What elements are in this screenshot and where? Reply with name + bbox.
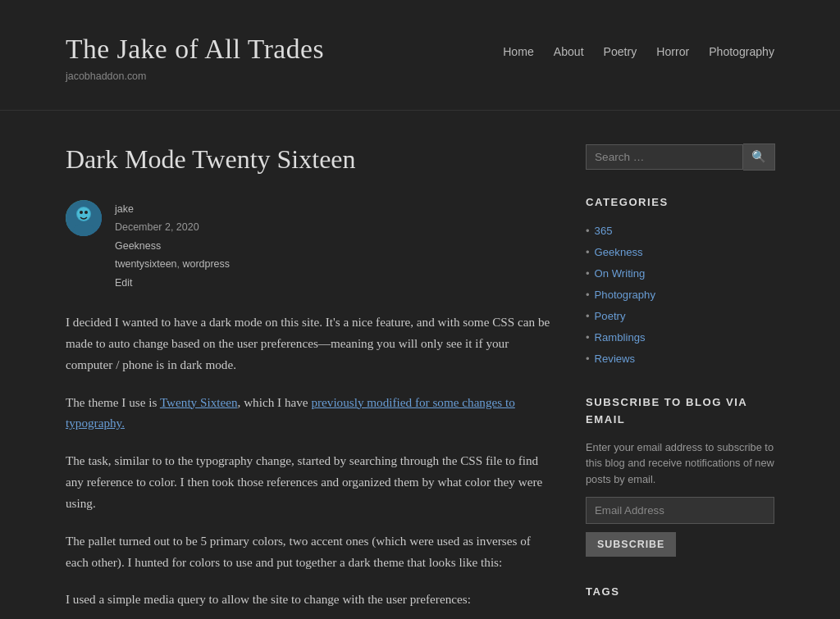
email-input[interactable] — [586, 497, 774, 524]
search-input[interactable] — [586, 144, 743, 170]
subscribe-description: Enter your email address to subscribe to… — [586, 439, 774, 487]
list-item: Reviews — [586, 350, 774, 367]
post-paragraph-3: The task, similar to to the typography c… — [66, 450, 553, 514]
nav-item-photography[interactable]: Photography — [709, 43, 774, 61]
post-category-link[interactable]: Geekness — [115, 240, 161, 252]
nav-item-poetry[interactable]: Poetry — [604, 43, 637, 61]
tags-heading: TAGS — [586, 583, 774, 600]
nav-item-horror[interactable]: Horror — [656, 43, 689, 61]
post-body: I decided I wanted to have a dark mode o… — [66, 312, 553, 619]
post-title: Dark Mode Twenty Sixteen — [66, 143, 553, 175]
site-subtitle: jacobhaddon.com — [66, 69, 324, 85]
category-ramblings[interactable]: Ramblings — [595, 329, 646, 346]
categories-section: CATEGORIES 365 Geekness On Writing Photo… — [586, 193, 774, 367]
site-nav: Home About Poetry Horror Photography — [503, 43, 774, 61]
author-link[interactable]: jake — [115, 203, 134, 215]
twenty-sixteen-link[interactable]: Twenty Sixteen — [160, 395, 238, 409]
post-meta-details: jake December 2, 2020 Geekness twentysix… — [115, 200, 230, 292]
post-paragraph-2: The theme I use is Twenty Sixteen, which… — [66, 392, 553, 435]
list-item: Geekness — [586, 244, 774, 261]
categories-heading: CATEGORIES — [586, 193, 774, 211]
category-reviews[interactable]: Reviews — [595, 350, 636, 367]
subscribe-button[interactable]: SUBSCRIBE — [586, 532, 676, 557]
content-wrapper: Dark Mode Twenty Sixteen jake De — [0, 143, 840, 619]
avatar — [66, 200, 102, 236]
nav-item-about[interactable]: About — [554, 43, 584, 61]
list-item: 365 — [586, 222, 774, 239]
post-paragraph-5: I used a simple media query to allow the… — [66, 589, 553, 610]
tag-wordpress[interactable]: wordpress — [182, 258, 230, 270]
category-photography[interactable]: Photography — [595, 286, 655, 303]
search-icon: 🔍 — [751, 150, 766, 163]
edit-link[interactable]: Edit — [115, 277, 133, 289]
paragraph2-middle: , which I have — [238, 395, 312, 409]
category-poetry[interactable]: Poetry — [595, 307, 626, 325]
category-on-writing[interactable]: On Writing — [595, 265, 646, 282]
list-item: Poetry — [586, 307, 774, 325]
list-item: On Writing — [586, 265, 774, 282]
svg-point-5 — [84, 211, 88, 214]
svg-point-4 — [80, 211, 83, 214]
category-list: 365 Geekness On Writing Photography Poet… — [586, 222, 774, 367]
sidebar: 🔍 CATEGORIES 365 Geekness On Writing Pho… — [586, 143, 774, 619]
tags-section: TAGS — [586, 583, 774, 600]
search-button[interactable]: 🔍 — [743, 143, 775, 171]
nav-item-home[interactable]: Home — [503, 43, 534, 61]
post-date: December 2, 2020 — [115, 218, 230, 236]
tag-twentysixteen[interactable]: twentysixteen — [115, 258, 177, 270]
subscribe-section: SUBSCRIBE TO BLOG VIA EMAIL Enter your e… — [586, 394, 774, 557]
post-meta-area: jake December 2, 2020 Geekness twentysix… — [66, 200, 553, 292]
post-paragraph-4: The pallet turned out to be 5 primary co… — [66, 530, 553, 573]
post-paragraph-1: I decided I wanted to have a dark mode o… — [66, 312, 553, 375]
search-area: 🔍 — [586, 143, 774, 171]
category-365[interactable]: 365 — [595, 222, 613, 239]
list-item: Photography — [586, 286, 774, 303]
main-content: Dark Mode Twenty Sixteen jake De — [66, 143, 553, 619]
category-geekness[interactable]: Geekness — [595, 244, 643, 261]
subscribe-heading: SUBSCRIBE TO BLOG VIA EMAIL — [586, 394, 774, 428]
list-item: Ramblings — [586, 329, 774, 346]
site-title[interactable]: The Jake of All Trades — [66, 33, 324, 66]
site-header: The Jake of All Trades jacobhaddon.com H… — [0, 0, 840, 111]
site-title-area: The Jake of All Trades jacobhaddon.com — [66, 33, 324, 85]
paragraph2-prefix: The theme I use is — [66, 395, 160, 409]
